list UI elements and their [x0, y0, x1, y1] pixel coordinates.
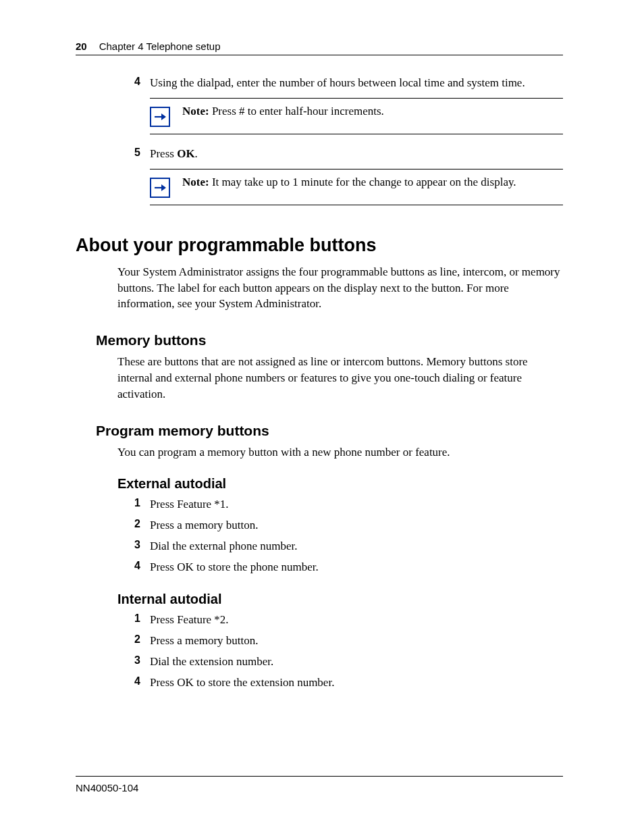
list-item: 2 Press a memory button.: [117, 633, 563, 649]
note-label: Note:: [182, 105, 209, 118]
page-footer: NN40050-104: [76, 776, 563, 793]
svg-marker-3: [161, 184, 166, 191]
arrow-right-icon: [150, 107, 170, 127]
top-step-5: 5 Press OK.: [117, 147, 563, 162]
document-number: NN40050-104: [76, 782, 138, 793]
svg-marker-1: [161, 113, 166, 120]
step-number: 3: [117, 654, 150, 670]
step-text: Press Feature *1.: [150, 497, 563, 513]
step-text: Dial the extension number.: [150, 654, 563, 670]
external-autodial-steps: 1 Press Feature *1. 2 Press a memory but…: [117, 497, 563, 575]
note-box: Note: It may take up to 1 minute for the…: [150, 169, 563, 205]
step-number: 2: [117, 518, 150, 533]
list-item: 3 Dial the external phone number.: [117, 539, 563, 554]
paragraph: You can program a memory button with a n…: [117, 444, 563, 461]
note-text: Note: Press # to enter half-hour increme…: [182, 103, 384, 120]
step-number: 4: [117, 560, 150, 575]
step-text: Press OK to store the extension number.: [150, 675, 563, 691]
step-text-pre: Press: [150, 147, 177, 160]
step-number: 4: [117, 76, 150, 91]
document-page: 20 Chapter 4 Telephone setup 4 Using the…: [0, 0, 644, 834]
heading-memory-buttons: Memory buttons: [96, 332, 563, 348]
step-number: 4: [117, 675, 150, 691]
heading-about-programmable-buttons: About your programmable buttons: [76, 235, 563, 256]
step-text: Press Feature *2.: [150, 613, 563, 628]
step-number: 1: [117, 497, 150, 513]
list-item: 4 Press OK to store the extension number…: [117, 675, 563, 691]
step-number: 5: [117, 147, 150, 162]
paragraph: Your System Administrator assigns the fo…: [117, 264, 563, 312]
step-text: Press OK.: [150, 147, 563, 162]
note-label: Note:: [182, 176, 209, 188]
step-text: Press OK to store the phone number.: [150, 560, 563, 575]
step-text: Using the dialpad, enter the number of h…: [150, 76, 563, 91]
list-item: 1 Press Feature *1.: [117, 497, 563, 513]
note-body: It may take up to 1 minute for the chang…: [209, 176, 516, 188]
step-text: Press a memory button.: [150, 518, 563, 533]
step-text: Press a memory button.: [150, 633, 563, 649]
step-text: Dial the external phone number.: [150, 539, 563, 554]
step-text-bold: OK: [177, 147, 194, 160]
step-number: 3: [117, 539, 150, 554]
list-item: 2 Press a memory button.: [117, 518, 563, 533]
heading-external-autodial: External autodial: [117, 476, 563, 492]
heading-program-memory-buttons: Program memory buttons: [96, 423, 563, 439]
chapter-title: Chapter 4 Telephone setup: [99, 41, 221, 52]
heading-internal-autodial: Internal autodial: [117, 592, 563, 607]
list-item: 4 Press OK to store the phone number.: [117, 560, 563, 575]
arrow-right-icon: [150, 178, 170, 198]
list-item: 1 Press Feature *2.: [117, 613, 563, 628]
paragraph: These are buttons that are not assigned …: [117, 354, 563, 402]
note-text: Note: It may take up to 1 minute for the…: [182, 174, 516, 190]
step-number: 1: [117, 613, 150, 628]
page-number: 20: [76, 41, 87, 52]
step-text-post: .: [195, 147, 198, 160]
top-step-4: 4 Using the dialpad, enter the number of…: [117, 76, 563, 91]
list-item: 3 Dial the extension number.: [117, 654, 563, 670]
step-number: 2: [117, 633, 150, 649]
page-header: 20 Chapter 4 Telephone setup: [76, 41, 563, 55]
note-box: Note: Press # to enter half-hour increme…: [150, 98, 563, 134]
internal-autodial-steps: 1 Press Feature *2. 2 Press a memory but…: [117, 613, 563, 691]
note-body: Press # to enter half-hour increments.: [209, 105, 384, 118]
